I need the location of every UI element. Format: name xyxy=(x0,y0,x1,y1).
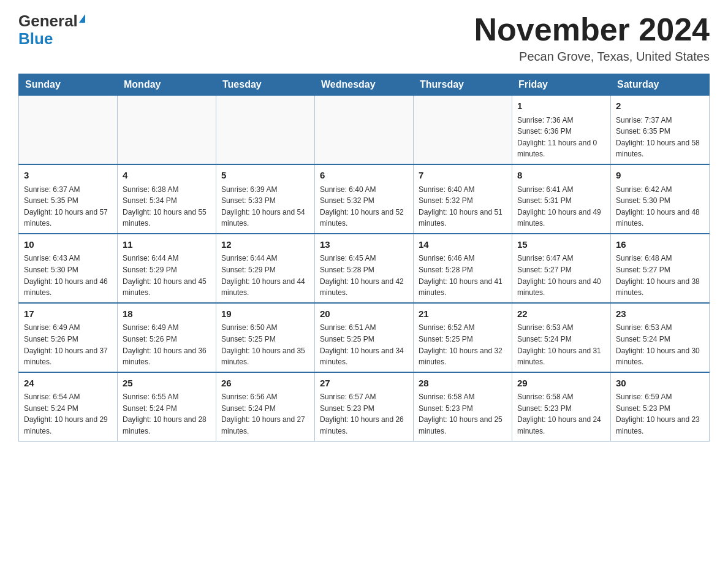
day-info: Sunrise: 6:49 AMSunset: 5:26 PMDaylight:… xyxy=(24,322,112,367)
day-info: Sunrise: 7:37 AMSunset: 6:35 PMDaylight:… xyxy=(616,115,704,160)
logo-triangle-icon xyxy=(79,14,85,23)
day-info: Sunrise: 6:45 AMSunset: 5:28 PMDaylight:… xyxy=(320,253,408,298)
day-number: 12 xyxy=(221,238,309,252)
day-header-friday: Friday xyxy=(512,74,611,96)
day-header-tuesday: Tuesday xyxy=(216,74,315,96)
day-number: 24 xyxy=(24,377,112,391)
day-info: Sunrise: 6:49 AMSunset: 5:26 PMDaylight:… xyxy=(123,322,211,367)
day-number: 16 xyxy=(616,238,704,252)
day-info: Sunrise: 6:39 AMSunset: 5:33 PMDaylight:… xyxy=(221,184,309,229)
day-number: 10 xyxy=(24,238,112,252)
day-number: 22 xyxy=(517,307,605,321)
day-header-monday: Monday xyxy=(118,74,216,96)
day-info: Sunrise: 6:40 AMSunset: 5:32 PMDaylight:… xyxy=(320,184,408,229)
day-number: 9 xyxy=(616,169,704,183)
day-number: 17 xyxy=(24,307,112,321)
day-number: 1 xyxy=(517,99,605,113)
day-info: Sunrise: 6:53 AMSunset: 5:24 PMDaylight:… xyxy=(517,322,605,367)
day-info: Sunrise: 6:47 AMSunset: 5:27 PMDaylight:… xyxy=(517,253,605,298)
calendar-cell xyxy=(315,96,414,164)
calendar-cell xyxy=(118,96,216,164)
calendar-cell xyxy=(19,96,118,164)
day-info: Sunrise: 6:53 AMSunset: 5:24 PMDaylight:… xyxy=(616,322,704,367)
month-title: November 2024 xyxy=(474,12,710,47)
day-number: 30 xyxy=(616,377,704,391)
calendar-cell: 6Sunrise: 6:40 AMSunset: 5:32 PMDaylight… xyxy=(315,164,414,234)
calendar-cell xyxy=(414,96,512,164)
calendar-cell xyxy=(216,96,315,164)
calendar-week-row: 10Sunrise: 6:43 AMSunset: 5:30 PMDayligh… xyxy=(19,234,710,303)
calendar-cell: 25Sunrise: 6:55 AMSunset: 5:24 PMDayligh… xyxy=(118,372,216,441)
calendar-cell: 10Sunrise: 6:43 AMSunset: 5:30 PMDayligh… xyxy=(19,234,118,303)
calendar-cell: 16Sunrise: 6:48 AMSunset: 5:27 PMDayligh… xyxy=(611,234,710,303)
calendar-cell: 4Sunrise: 6:38 AMSunset: 5:34 PMDaylight… xyxy=(118,164,216,234)
day-number: 28 xyxy=(419,377,507,391)
day-number: 2 xyxy=(616,99,704,113)
day-info: Sunrise: 6:58 AMSunset: 5:23 PMDaylight:… xyxy=(419,391,507,437)
day-number: 15 xyxy=(517,238,605,252)
day-header-sunday: Sunday xyxy=(19,74,118,96)
day-info: Sunrise: 6:55 AMSunset: 5:24 PMDaylight:… xyxy=(123,391,211,437)
calendar-cell: 24Sunrise: 6:54 AMSunset: 5:24 PMDayligh… xyxy=(19,372,118,441)
day-number: 5 xyxy=(221,169,309,183)
day-number: 3 xyxy=(24,169,112,183)
day-info: Sunrise: 6:44 AMSunset: 5:29 PMDaylight:… xyxy=(123,253,211,298)
calendar-cell: 19Sunrise: 6:50 AMSunset: 5:25 PMDayligh… xyxy=(216,303,315,372)
day-number: 13 xyxy=(320,238,408,252)
calendar-cell: 14Sunrise: 6:46 AMSunset: 5:28 PMDayligh… xyxy=(414,234,512,303)
day-info: Sunrise: 6:41 AMSunset: 5:31 PMDaylight:… xyxy=(517,184,605,229)
location-title: Pecan Grove, Texas, United States xyxy=(474,50,710,64)
day-header-wednesday: Wednesday xyxy=(315,74,414,96)
calendar-cell: 11Sunrise: 6:44 AMSunset: 5:29 PMDayligh… xyxy=(118,234,216,303)
calendar-cell: 26Sunrise: 6:56 AMSunset: 5:24 PMDayligh… xyxy=(216,372,315,441)
calendar-cell: 18Sunrise: 6:49 AMSunset: 5:26 PMDayligh… xyxy=(118,303,216,372)
day-number: 19 xyxy=(221,307,309,321)
day-info: Sunrise: 6:57 AMSunset: 5:23 PMDaylight:… xyxy=(320,391,408,437)
day-number: 27 xyxy=(320,377,408,391)
day-info: Sunrise: 6:58 AMSunset: 5:23 PMDaylight:… xyxy=(517,391,605,437)
calendar-cell: 2Sunrise: 7:37 AMSunset: 6:35 PMDaylight… xyxy=(611,96,710,164)
day-number: 11 xyxy=(123,238,211,252)
day-info: Sunrise: 6:37 AMSunset: 5:35 PMDaylight:… xyxy=(24,184,112,229)
day-number: 25 xyxy=(123,377,211,391)
calendar-cell: 3Sunrise: 6:37 AMSunset: 5:35 PMDaylight… xyxy=(19,164,118,234)
day-header-saturday: Saturday xyxy=(611,74,710,96)
day-number: 14 xyxy=(419,238,507,252)
day-info: Sunrise: 6:59 AMSunset: 5:23 PMDaylight:… xyxy=(616,391,704,437)
calendar-cell: 28Sunrise: 6:58 AMSunset: 5:23 PMDayligh… xyxy=(414,372,512,441)
day-info: Sunrise: 6:46 AMSunset: 5:28 PMDaylight:… xyxy=(419,253,507,298)
day-info: Sunrise: 6:56 AMSunset: 5:24 PMDaylight:… xyxy=(221,391,309,437)
day-number: 7 xyxy=(419,169,507,183)
calendar-header-row: SundayMondayTuesdayWednesdayThursdayFrid… xyxy=(19,74,710,96)
day-number: 6 xyxy=(320,169,408,183)
calendar-cell: 13Sunrise: 6:45 AMSunset: 5:28 PMDayligh… xyxy=(315,234,414,303)
day-number: 18 xyxy=(123,307,211,321)
calendar-cell: 22Sunrise: 6:53 AMSunset: 5:24 PMDayligh… xyxy=(512,303,611,372)
calendar-cell: 23Sunrise: 6:53 AMSunset: 5:24 PMDayligh… xyxy=(611,303,710,372)
title-block: November 2024 Pecan Grove, Texas, United… xyxy=(474,12,710,64)
day-info: Sunrise: 6:38 AMSunset: 5:34 PMDaylight:… xyxy=(123,184,211,229)
calendar-cell: 30Sunrise: 6:59 AMSunset: 5:23 PMDayligh… xyxy=(611,372,710,441)
day-info: Sunrise: 6:51 AMSunset: 5:25 PMDaylight:… xyxy=(320,322,408,367)
day-number: 26 xyxy=(221,377,309,391)
day-number: 20 xyxy=(320,307,408,321)
day-info: Sunrise: 6:43 AMSunset: 5:30 PMDaylight:… xyxy=(24,253,112,298)
calendar-week-row: 3Sunrise: 6:37 AMSunset: 5:35 PMDaylight… xyxy=(19,164,710,234)
calendar-week-row: 17Sunrise: 6:49 AMSunset: 5:26 PMDayligh… xyxy=(19,303,710,372)
calendar-cell: 15Sunrise: 6:47 AMSunset: 5:27 PMDayligh… xyxy=(512,234,611,303)
calendar-cell: 20Sunrise: 6:51 AMSunset: 5:25 PMDayligh… xyxy=(315,303,414,372)
calendar-week-row: 1Sunrise: 7:36 AMSunset: 6:36 PMDaylight… xyxy=(19,96,710,164)
page-header: General Blue November 2024 Pecan Grove, … xyxy=(18,12,710,64)
day-info: Sunrise: 6:42 AMSunset: 5:30 PMDaylight:… xyxy=(616,184,704,229)
calendar-cell: 5Sunrise: 6:39 AMSunset: 5:33 PMDaylight… xyxy=(216,164,315,234)
day-header-thursday: Thursday xyxy=(414,74,512,96)
calendar-table: SundayMondayTuesdayWednesdayThursdayFrid… xyxy=(18,74,710,441)
calendar-cell: 7Sunrise: 6:40 AMSunset: 5:32 PMDaylight… xyxy=(414,164,512,234)
calendar-cell: 17Sunrise: 6:49 AMSunset: 5:26 PMDayligh… xyxy=(19,303,118,372)
day-info: Sunrise: 6:54 AMSunset: 5:24 PMDaylight:… xyxy=(24,391,112,437)
calendar-cell: 12Sunrise: 6:44 AMSunset: 5:29 PMDayligh… xyxy=(216,234,315,303)
day-info: Sunrise: 6:44 AMSunset: 5:29 PMDaylight:… xyxy=(221,253,309,298)
day-info: Sunrise: 6:52 AMSunset: 5:25 PMDaylight:… xyxy=(419,322,507,367)
logo: General Blue xyxy=(18,12,85,47)
calendar-cell: 8Sunrise: 6:41 AMSunset: 5:31 PMDaylight… xyxy=(512,164,611,234)
